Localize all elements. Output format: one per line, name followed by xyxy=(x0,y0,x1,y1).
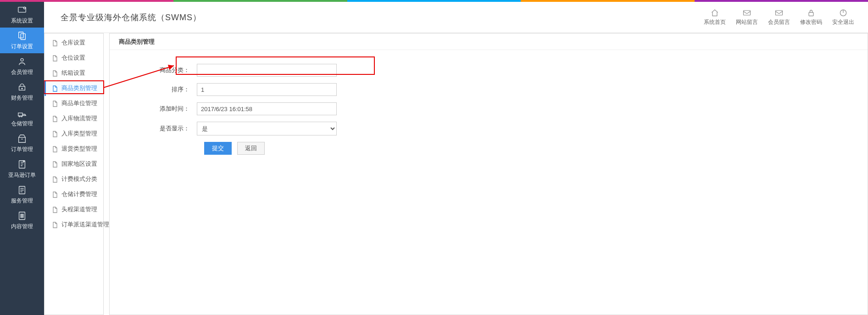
file-icon xyxy=(52,222,58,228)
select-display[interactable]: 是否 xyxy=(197,122,337,135)
label-sort: 排序： xyxy=(156,85,197,94)
nav-system[interactable]: 系统设置 xyxy=(0,2,44,28)
nav-label: 服务管理 xyxy=(11,197,33,205)
app-title: 全景专业级海外仓储系统（SWMS） xyxy=(61,12,201,23)
mem-msg-icon xyxy=(774,8,784,17)
action-logout[interactable]: 安全退出 xyxy=(832,8,854,26)
nav-label: 仓储管理 xyxy=(11,120,33,128)
row-addtime: 添加时间： xyxy=(156,102,858,115)
nav-order[interactable]: 订单设置 xyxy=(0,28,44,53)
svg-rect-10 xyxy=(19,212,25,219)
submenu-label: 头程渠道管理 xyxy=(61,206,97,214)
submenu-item[interactable]: 头程渠道管理 xyxy=(45,202,103,217)
input-addtime[interactable] xyxy=(197,102,337,115)
submenu-label: 纸箱设置 xyxy=(61,69,85,77)
password-icon xyxy=(806,8,816,17)
action-label: 系统首页 xyxy=(704,18,726,26)
submenu-item[interactable]: 计费模式分类 xyxy=(45,172,103,187)
submenu-label: 计费模式分类 xyxy=(61,175,97,183)
submenu-label: 入库类型管理 xyxy=(61,130,97,138)
svg-rect-0 xyxy=(18,7,26,12)
action-label: 安全退出 xyxy=(832,18,854,26)
nav-label: 内容管理 xyxy=(11,223,33,231)
accent-stripe xyxy=(0,0,868,2)
nav-label: 订单管理 xyxy=(11,146,33,153)
nav-member[interactable]: 会员管理 xyxy=(0,53,44,79)
submenu-label: 商品单位管理 xyxy=(61,100,97,107)
nav-label: 财务管理 xyxy=(11,94,33,102)
nav-finance[interactable]: 财务管理 xyxy=(0,79,44,105)
submenu-label: 国家地区设置 xyxy=(61,160,97,168)
input-category[interactable] xyxy=(197,64,337,77)
file-icon xyxy=(52,55,58,62)
submenu-item[interactable]: 仓位设置 xyxy=(45,51,103,66)
submit-button[interactable]: 提交 xyxy=(204,142,232,155)
submenu-item[interactable]: 商品单位管理 xyxy=(45,96,103,111)
svg-point-1 xyxy=(23,7,25,9)
submenu-item[interactable]: 纸箱设置 xyxy=(45,66,103,81)
input-sort[interactable] xyxy=(197,83,337,96)
secondary-nav: 仓库设置仓位设置纸箱设置商品类别管理商品单位管理入库物流管理入库类型管理退货类型… xyxy=(44,33,104,315)
submenu-item[interactable]: 商品类别管理 xyxy=(45,81,103,96)
content-icon xyxy=(17,211,27,221)
svg-point-6 xyxy=(19,116,20,117)
back-button[interactable]: 返回 xyxy=(237,142,265,155)
submenu-item[interactable]: 国家地区设置 xyxy=(45,157,103,172)
svg-rect-12 xyxy=(776,11,783,15)
svg-rect-11 xyxy=(744,11,751,15)
nav-service[interactable]: 服务管理 xyxy=(0,182,44,208)
action-password[interactable]: 修改密码 xyxy=(800,8,822,26)
file-icon xyxy=(52,85,58,92)
file-icon xyxy=(52,161,58,168)
file-icon xyxy=(52,146,58,152)
submenu-item[interactable]: 入库物流管理 xyxy=(45,111,103,126)
submenu-label: 仓库设置 xyxy=(61,39,85,47)
file-icon xyxy=(52,116,58,122)
nav-content[interactable]: 内容管理 xyxy=(0,208,44,233)
file-icon xyxy=(52,101,58,107)
nav-amazon[interactable]: 亚马逊订单 xyxy=(0,156,44,182)
nav-warehouse[interactable]: 仓储管理 xyxy=(0,105,44,130)
submenu-label: 仓位设置 xyxy=(61,54,85,62)
row-category: 商品分类： xyxy=(156,64,858,77)
service-icon xyxy=(17,185,27,195)
header-actions: 系统首页网站留言会员留言修改密码安全退出 xyxy=(704,8,854,26)
submenu-label: 退货类型管理 xyxy=(61,145,97,153)
action-mem-msg[interactable]: 会员留言 xyxy=(768,8,790,26)
submenu-item[interactable]: 入库类型管理 xyxy=(45,126,103,141)
svg-rect-5 xyxy=(18,113,22,116)
system-icon xyxy=(17,5,27,15)
file-icon xyxy=(52,40,58,46)
content-panel: 商品类别管理 商品分类： 排序： 添加时间： 是否显示： 是否 提 xyxy=(109,33,868,315)
form: 商品分类： 排序： 添加时间： 是否显示： 是否 提交 返回 xyxy=(110,50,868,164)
file-icon xyxy=(52,70,58,77)
row-display: 是否显示： 是否 xyxy=(156,122,858,135)
nav-label: 亚马逊订单 xyxy=(8,171,36,179)
label-display: 是否显示： xyxy=(156,124,197,133)
action-site-msg[interactable]: 网站留言 xyxy=(736,8,758,26)
submenu-item[interactable]: 订单派送渠道管理 xyxy=(45,217,103,232)
finance-icon xyxy=(17,82,27,92)
submenu-item[interactable]: 仓储计费管理 xyxy=(45,187,103,202)
submenu-label: 仓储计费管理 xyxy=(61,191,97,198)
submenu-label: 入库物流管理 xyxy=(61,115,97,123)
row-sort: 排序： xyxy=(156,83,858,96)
action-label: 修改密码 xyxy=(800,18,822,26)
label-category: 商品分类： xyxy=(156,66,197,74)
submenu-label: 商品类别管理 xyxy=(61,84,97,92)
nav-ordermgmt[interactable]: 订单管理 xyxy=(0,130,44,156)
site-msg-icon xyxy=(742,8,752,17)
warehouse-icon xyxy=(17,108,27,118)
submenu-item[interactable]: 仓库设置 xyxy=(45,35,103,51)
action-label: 网站留言 xyxy=(736,18,758,26)
nav-label: 会员管理 xyxy=(11,68,33,76)
action-label: 会员留言 xyxy=(768,18,790,26)
form-buttons: 提交 返回 xyxy=(204,142,858,155)
file-icon xyxy=(52,131,58,137)
order-icon xyxy=(17,31,27,41)
action-home[interactable]: 系统首页 xyxy=(704,8,726,26)
submenu-label: 订单派送渠道管理 xyxy=(61,221,109,229)
submenu-item[interactable]: 退货类型管理 xyxy=(45,141,103,157)
svg-point-4 xyxy=(21,58,23,61)
home-icon xyxy=(710,8,720,17)
